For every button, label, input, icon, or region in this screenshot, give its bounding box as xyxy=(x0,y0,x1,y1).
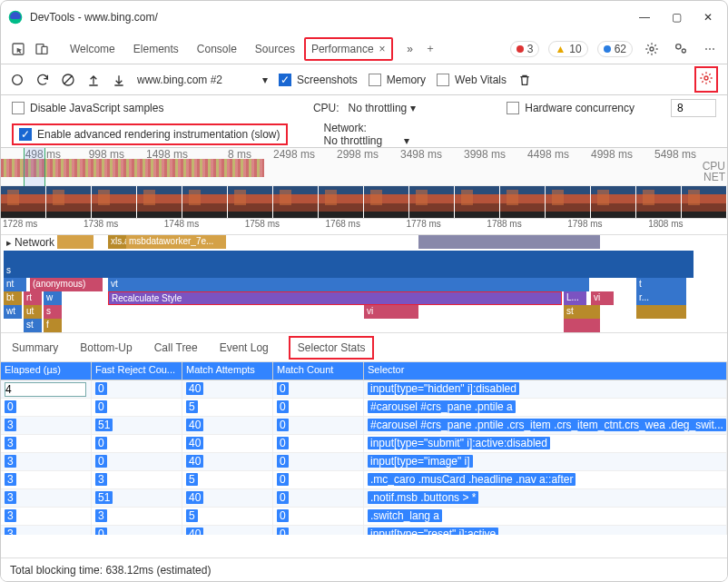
tab-bottom-up[interactable]: Bottom-Up xyxy=(78,336,133,360)
hw-concurrency-checkbox[interactable]: Hardware concurrency xyxy=(507,102,635,114)
svg-point-4 xyxy=(650,47,654,51)
download-icon[interactable] xyxy=(112,73,126,87)
detail-tabs: Summary Bottom-Up Call Tree Event Log Se… xyxy=(1,333,727,362)
col-fast-reject[interactable]: Fast Reject Cou... xyxy=(92,362,182,380)
svg-rect-3 xyxy=(42,46,47,54)
filmstrip-frame[interactable] xyxy=(1,186,46,218)
tab-summary[interactable]: Summary xyxy=(10,336,60,360)
settings-row-2: ✓Enable advanced rendering instrumentati… xyxy=(1,121,727,148)
table-header: Elapsed (µs) Fast Reject Cou... Match At… xyxy=(1,362,727,380)
table-row[interactable]: 351400.notif.msb .buttons > * xyxy=(1,489,727,508)
capture-settings-icon[interactable] xyxy=(694,66,718,93)
network-throttle-select[interactable]: No throttling ▾ xyxy=(324,134,410,147)
col-match-attempts[interactable]: Match Attempts xyxy=(182,362,273,380)
tab-performance[interactable]: Performance × xyxy=(304,37,393,61)
devtools-tabbar: Welcome Elements Console Sources Perform… xyxy=(1,34,727,64)
svg-line-9 xyxy=(64,75,72,84)
device-icon[interactable] xyxy=(32,39,52,59)
clear-icon[interactable] xyxy=(61,73,75,87)
cpu-throttle-select[interactable]: No throttling ▾ xyxy=(349,102,417,114)
tab-elements[interactable]: Elements xyxy=(124,35,188,63)
table-row[interactable]: 30400input[type="submit" i]:active:disab… xyxy=(1,435,727,453)
tab-console[interactable]: Console xyxy=(188,35,246,63)
close-tab-icon[interactable]: × xyxy=(379,43,386,55)
screenshots-checkbox[interactable]: ✓Screenshots xyxy=(279,74,358,86)
table-row[interactable]: 30400input[type="reset" i]:active xyxy=(1,526,727,535)
upload-icon[interactable] xyxy=(86,73,101,87)
svg-point-5 xyxy=(676,44,681,48)
tab-selector-stats[interactable]: Selector Stats xyxy=(289,336,375,360)
more-tabs-icon[interactable]: » xyxy=(400,39,420,59)
overview-selection[interactable] xyxy=(24,148,45,186)
inspect-icon[interactable] xyxy=(8,39,28,59)
table-row[interactable]: 0050#carousel #crs_pane .pntile a xyxy=(1,399,727,417)
info-badge[interactable]: 62 xyxy=(597,41,633,57)
col-selector[interactable]: Selector xyxy=(364,362,727,380)
recording-select[interactable]: www.bing.com #2▾ xyxy=(137,74,268,86)
flame-chart[interactable]: ▸ Network xls.a msbdataworker_7e... s nt… xyxy=(1,235,727,333)
svg-point-10 xyxy=(704,76,708,80)
settings-row-1: Disable JavaScript samples CPU: No throt… xyxy=(1,95,727,121)
trash-icon[interactable] xyxy=(517,73,532,87)
tab-sources[interactable]: Sources xyxy=(246,35,304,63)
table-row[interactable]: 0400input[type="hidden" i]:disabled xyxy=(1,380,727,399)
table-row[interactable]: 30400input[type="image" i] xyxy=(1,453,727,471)
timeline-overview[interactable]: 498 ms998 ms1498 ms8 ms2498 ms2998 ms349… xyxy=(1,148,727,186)
col-elapsed[interactable]: Elapsed (µs) xyxy=(1,362,92,380)
close-button[interactable]: ✕ xyxy=(703,11,713,24)
table-row[interactable]: 351400#carousel #crs_pane .pntile .crs_i… xyxy=(1,417,727,435)
table-row[interactable]: 3350.mc_caro .musCard .headline .nav a::… xyxy=(1,471,727,489)
disable-js-checkbox[interactable]: Disable JavaScript samples xyxy=(12,102,163,114)
col-match-count[interactable]: Match Count xyxy=(273,362,364,380)
status-footer: Total blocking time: 638.12ms (estimated… xyxy=(1,557,727,581)
record-icon[interactable] xyxy=(10,73,25,87)
maximize-button[interactable]: ▢ xyxy=(672,11,682,24)
window-titlebar: DevTools - www.bing.com/ — ▢ ✕ xyxy=(1,1,727,34)
edge-logo-icon xyxy=(8,10,23,25)
tab-call-tree[interactable]: Call Tree xyxy=(152,336,200,360)
screenshots-filmstrip[interactable] xyxy=(1,186,727,219)
webvitals-checkbox[interactable]: Web Vitals xyxy=(437,74,507,86)
kebab-icon[interactable]: ⋯ xyxy=(700,39,720,59)
svg-point-7 xyxy=(13,74,23,84)
table-row[interactable]: 3350.switch_lang a xyxy=(1,508,727,526)
tab-event-log[interactable]: Event Log xyxy=(218,336,271,360)
errors-badge[interactable]: 3 xyxy=(510,41,540,57)
memory-checkbox[interactable]: Memory xyxy=(369,74,426,86)
minimize-button[interactable]: — xyxy=(639,11,650,24)
tab-welcome[interactable]: Welcome xyxy=(61,35,124,63)
account-icon[interactable] xyxy=(671,39,691,59)
table-body[interactable]: 0400input[type="hidden" i]:disabled0050#… xyxy=(1,380,727,535)
cell-edit-input[interactable] xyxy=(5,382,86,397)
settings-gear-icon[interactable] xyxy=(642,39,662,59)
reload-icon[interactable] xyxy=(35,73,50,87)
warnings-badge[interactable]: ▲10 xyxy=(548,41,587,57)
perf-toolbar: www.bing.com #2▾ ✓Screenshots Memory Web… xyxy=(1,64,727,95)
svg-point-6 xyxy=(682,49,685,53)
window-title: DevTools - www.bing.com/ xyxy=(30,11,158,24)
hw-concurrency-input[interactable] xyxy=(671,99,716,117)
add-tab-icon[interactable]: ＋ xyxy=(420,39,440,59)
flame-ruler[interactable]: 1728 ms1738 ms1748 ms1758 ms1768 ms1778 … xyxy=(1,219,727,235)
advanced-rendering-checkbox[interactable]: ✓Enable advanced rendering instrumentati… xyxy=(19,128,280,141)
